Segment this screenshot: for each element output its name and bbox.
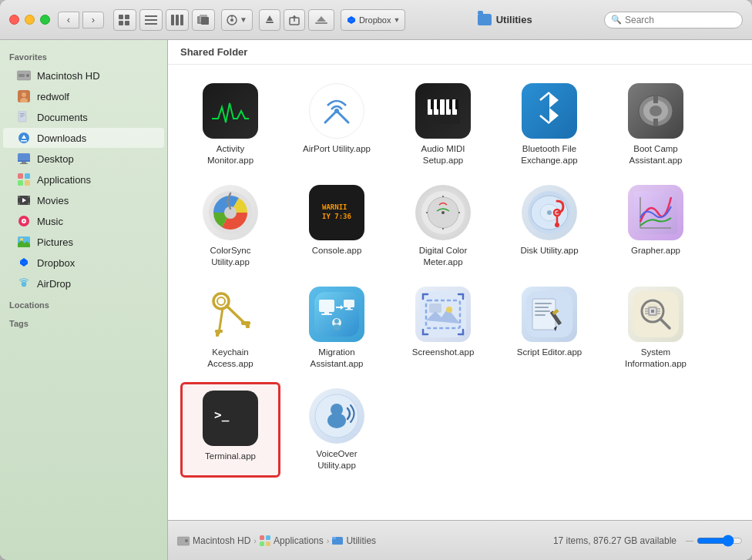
- svg-rect-4: [145, 15, 157, 17]
- column-view-button[interactable]: [166, 9, 189, 31]
- svg-rect-74: [455, 99, 458, 109]
- dropbox-button[interactable]: Dropbox ▼: [341, 9, 406, 31]
- svg-rect-114: [319, 300, 334, 312]
- shared-folder-label: Shared Folder: [168, 40, 752, 65]
- svg-rect-42: [20, 163, 28, 164]
- zoom-range[interactable]: [697, 535, 743, 547]
- file-item-console[interactable]: WARNIIIY 7:36 Console.app: [287, 179, 387, 274]
- file-item-digitalcolor[interactable]: Digital ColorMeter.app: [393, 179, 493, 274]
- svg-rect-135: [535, 314, 546, 316]
- window-title: Utilities: [411, 14, 598, 25]
- breadcrumb-hd[interactable]: Macintosh HD: [177, 535, 250, 546]
- sidebar-item-downloads[interactable]: Downloads: [3, 128, 164, 148]
- svg-rect-7: [171, 15, 174, 25]
- file-item-terminal[interactable]: >_ Terminal.app: [180, 382, 280, 478]
- svg-rect-12: [201, 17, 209, 25]
- file-item-keychain[interactable]: KeychainAccess.app: [180, 280, 280, 376]
- file-item-midi[interactable]: Audio MIDISetup.app: [393, 77, 493, 173]
- grapher-label: Grapher.app: [631, 245, 680, 257]
- file-item-migration[interactable]: MigrationAssistant.app: [287, 280, 387, 376]
- action-button[interactable]: [259, 9, 280, 31]
- eject-button[interactable]: [308, 9, 334, 31]
- console-label: Console.app: [312, 245, 362, 257]
- svg-rect-2: [119, 21, 123, 25]
- svg-rect-28: [18, 74, 25, 77]
- sidebar-item-label: Music: [37, 216, 63, 227]
- file-grid: ActivityMonitor.app AirPort Utility.app: [168, 65, 752, 520]
- file-item-screenshot[interactable]: Screenshot.app: [393, 280, 493, 376]
- search-input[interactable]: [625, 15, 736, 25]
- svg-marker-76: [549, 108, 559, 123]
- minimize-button[interactable]: [25, 15, 35, 25]
- arrange-toolbar: ▼: [221, 9, 253, 31]
- file-item-airport[interactable]: AirPort Utility.app: [287, 77, 387, 173]
- svg-rect-38: [21, 140, 27, 142]
- svg-rect-119: [344, 300, 354, 307]
- sidebar-item-applications[interactable]: Applications: [3, 169, 164, 189]
- file-item-colorsync[interactable]: ColorSyncUtility.app: [180, 179, 280, 274]
- sidebar-item-documents[interactable]: Documents: [3, 107, 164, 127]
- file-item-bootcamp[interactable]: Boot CampAssistant.app: [606, 77, 706, 173]
- downloads-icon: [17, 131, 31, 145]
- svg-point-64: [334, 109, 339, 113]
- close-button[interactable]: [9, 15, 19, 25]
- svg-rect-71: [431, 99, 434, 109]
- search-box[interactable]: 🔍: [604, 12, 743, 29]
- keychain-label: KeychainAccess.app: [207, 347, 253, 370]
- maximize-button[interactable]: [40, 15, 50, 25]
- midi-icon: [415, 83, 471, 139]
- breadcrumb-utilities[interactable]: Utilities: [332, 535, 376, 546]
- svg-rect-111: [215, 330, 223, 333]
- arrange-button[interactable]: ▼: [221, 9, 253, 31]
- music-icon: [17, 214, 31, 228]
- file-item-activity-monitor[interactable]: ActivityMonitor.app: [180, 77, 280, 173]
- file-item-sysinfo[interactable]: SystemInformation.app: [606, 280, 706, 376]
- svg-point-156: [327, 413, 346, 428]
- pictures-icon: [17, 235, 31, 249]
- sidebar-item-redwolf[interactable]: redwolf: [3, 86, 164, 106]
- breadcrumb-hd-label: Macintosh HD: [193, 535, 250, 546]
- svg-marker-17: [267, 15, 273, 21]
- sidebar-item-dropbox[interactable]: Dropbox: [3, 253, 164, 273]
- sidebar-item-movies[interactable]: Movies: [3, 190, 164, 210]
- sidebar-item-airdrop[interactable]: AirDrop: [3, 273, 164, 293]
- file-item-grapher[interactable]: Grapher.app: [606, 179, 706, 274]
- svg-point-81: [650, 106, 662, 116]
- sidebar-item-label: Documents: [37, 112, 88, 123]
- sidebar-item-macintosh-hd[interactable]: Macintosh HD: [3, 65, 164, 86]
- hd-icon: [17, 69, 31, 82]
- icon-view-button[interactable]: [113, 9, 136, 31]
- svg-rect-73: [449, 99, 452, 109]
- scripteditor-icon: [522, 287, 577, 342]
- svg-rect-40: [18, 160, 30, 162]
- list-view-button[interactable]: [139, 9, 163, 31]
- file-item-voiceover[interactable]: VoiceOverUtility.app: [287, 382, 387, 478]
- zoom-minus[interactable]: —: [686, 536, 693, 545]
- cover-view-button[interactable]: [192, 9, 215, 31]
- sidebar-item-pictures[interactable]: Pictures: [3, 232, 164, 252]
- breadcrumb-apps-label: Applications: [274, 535, 324, 546]
- activity-monitor-label: ActivityMonitor.app: [207, 143, 253, 166]
- back-button[interactable]: ‹: [58, 12, 79, 29]
- svg-rect-49: [18, 196, 20, 198]
- applications-icon: [17, 173, 31, 186]
- voiceover-icon: [309, 388, 364, 444]
- sidebar-item-desktop[interactable]: Desktop: [3, 149, 164, 169]
- sidebar-item-music[interactable]: Music: [3, 211, 164, 231]
- svg-marker-75: [549, 92, 559, 108]
- file-item-scripteditor[interactable]: Script Editor.app: [499, 280, 599, 376]
- breadcrumb-apps[interactable]: Applications: [260, 535, 324, 546]
- migration-label: MigrationAssistant.app: [310, 347, 363, 370]
- svg-point-98: [547, 210, 552, 215]
- sidebar-item-label: redwolf: [37, 91, 69, 102]
- svg-rect-160: [266, 535, 270, 540]
- file-item-bluetooth[interactable]: Bluetooth FileExchange.app: [499, 77, 599, 173]
- share-button[interactable]: [284, 9, 305, 31]
- file-item-diskutil[interactable]: Disk Utility.app: [499, 179, 599, 274]
- activity-monitor-icon: [203, 83, 258, 139]
- svg-point-106: [217, 297, 225, 305]
- svg-rect-121: [345, 309, 353, 310]
- svg-rect-161: [260, 542, 264, 546]
- svg-rect-162: [266, 542, 270, 546]
- forward-button[interactable]: ›: [82, 12, 104, 29]
